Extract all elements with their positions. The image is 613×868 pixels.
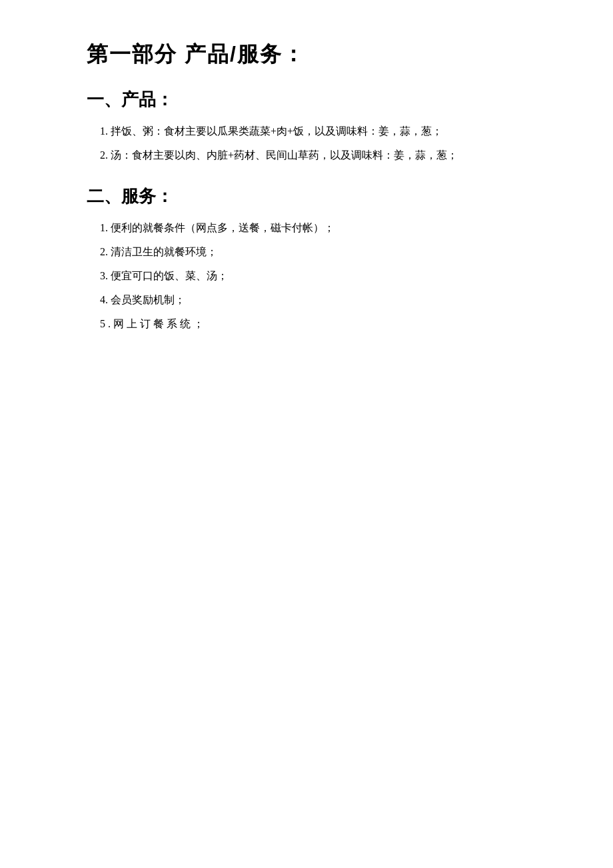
list-item-sparse: 5 . 网 上 订 餐 系 统 ；	[100, 313, 546, 335]
list-item: 4. 会员奖励机制；	[100, 289, 546, 311]
section-services: 二、服务： 1. 便利的就餐条件（网点多，送餐，磁卡付帐）； 2. 清洁卫生的就…	[87, 185, 546, 335]
list-item: 3. 便宜可口的饭、菜、汤；	[100, 265, 546, 287]
section-products-content: 1. 拌饭、粥：食材主要以瓜果类蔬菜+肉+饭，以及调味料：姜，蒜，葱； 2. 汤…	[100, 121, 546, 166]
section-services-content: 1. 便利的就餐条件（网点多，送餐，磁卡付帐）； 2. 清洁卫生的就餐环境； 3…	[100, 217, 546, 335]
list-item: 1. 便利的就餐条件（网点多，送餐，磁卡付帐）；	[100, 217, 546, 239]
list-item: 2. 清洁卫生的就餐环境；	[100, 241, 546, 263]
section-services-title: 二、服务：	[87, 185, 546, 208]
section-products: 一、产品： 1. 拌饭、粥：食材主要以瓜果类蔬菜+肉+饭，以及调味料：姜，蒜，葱…	[87, 88, 546, 166]
document-container: 第一部分 产品/服务： 一、产品： 1. 拌饭、粥：食材主要以瓜果类蔬菜+肉+饭…	[87, 40, 546, 335]
main-title: 第一部分 产品/服务：	[87, 40, 546, 69]
section-products-title: 一、产品：	[87, 88, 546, 111]
list-item: 1. 拌饭、粥：食材主要以瓜果类蔬菜+肉+饭，以及调味料：姜，蒜，葱；	[100, 121, 546, 142]
list-item: 2. 汤：食材主要以肉、内脏+药材、民间山草药，以及调味料：姜，蒜，葱；	[100, 145, 546, 166]
